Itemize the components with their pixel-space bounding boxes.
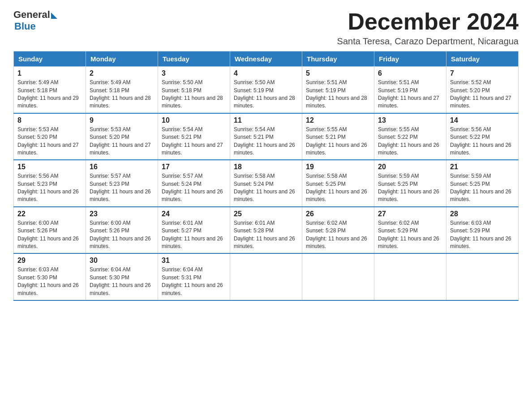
calendar-table: Sunday Monday Tuesday Wednesday Thursday…	[13, 51, 519, 301]
day-number: 11	[234, 116, 298, 124]
day-number: 10	[162, 116, 226, 124]
day-number: 19	[306, 163, 370, 171]
calendar-cell: 4Sunrise: 5:50 AMSunset: 5:19 PMDaylight…	[230, 67, 302, 113]
day-info: Sunrise: 5:58 AMSunset: 5:24 PMDaylight:…	[234, 172, 298, 204]
calendar-cell: 1Sunrise: 5:49 AMSunset: 5:18 PMDaylight…	[14, 67, 86, 113]
calendar-cell: 2Sunrise: 5:49 AMSunset: 5:18 PMDaylight…	[86, 67, 158, 113]
day-info: Sunrise: 5:56 AMSunset: 5:23 PMDaylight:…	[17, 172, 82, 204]
day-info: Sunrise: 6:00 AMSunset: 5:26 PMDaylight:…	[17, 219, 82, 251]
day-info: Sunrise: 5:49 AMSunset: 5:18 PMDaylight:…	[90, 79, 154, 110]
day-info: Sunrise: 5:54 AMSunset: 5:21 PMDaylight:…	[234, 126, 298, 157]
day-number: 18	[234, 163, 298, 171]
day-info: Sunrise: 5:53 AMSunset: 5:20 PMDaylight:…	[17, 126, 82, 157]
calendar-cell: 5Sunrise: 5:51 AMSunset: 5:19 PMDaylight…	[302, 67, 374, 113]
day-number: 31	[162, 257, 226, 265]
day-number: 15	[17, 163, 82, 171]
calendar-header-row: Sunday Monday Tuesday Wednesday Thursday…	[14, 51, 519, 67]
calendar-cell	[230, 253, 302, 300]
day-info: Sunrise: 6:04 AMSunset: 5:30 PMDaylight:…	[90, 266, 154, 297]
calendar-cell: 11Sunrise: 5:54 AMSunset: 5:21 PMDayligh…	[230, 113, 302, 160]
calendar-cell: 29Sunrise: 6:03 AMSunset: 5:30 PMDayligh…	[14, 253, 86, 300]
calendar-cell: 6Sunrise: 5:51 AMSunset: 5:19 PMDaylight…	[374, 67, 446, 113]
day-number: 6	[378, 69, 442, 77]
day-info: Sunrise: 5:56 AMSunset: 5:22 PMDaylight:…	[450, 126, 515, 157]
day-number: 27	[378, 210, 442, 218]
day-number: 25	[234, 210, 298, 218]
calendar-cell: 27Sunrise: 6:02 AMSunset: 5:29 PMDayligh…	[374, 207, 446, 254]
day-info: Sunrise: 5:51 AMSunset: 5:19 PMDaylight:…	[306, 79, 370, 110]
calendar-week-row: 8Sunrise: 5:53 AMSunset: 5:20 PMDaylight…	[14, 113, 519, 160]
day-info: Sunrise: 6:02 AMSunset: 5:28 PMDaylight:…	[306, 219, 370, 251]
day-number: 5	[306, 69, 370, 77]
calendar-cell: 26Sunrise: 6:02 AMSunset: 5:28 PMDayligh…	[302, 207, 374, 254]
day-number: 17	[162, 163, 226, 171]
calendar-cell: 3Sunrise: 5:50 AMSunset: 5:18 PMDaylight…	[158, 67, 230, 113]
calendar-cell: 28Sunrise: 6:03 AMSunset: 5:29 PMDayligh…	[446, 207, 519, 254]
header-monday: Monday	[86, 51, 158, 67]
calendar-cell: 7Sunrise: 5:52 AMSunset: 5:20 PMDaylight…	[446, 67, 519, 113]
calendar-cell: 22Sunrise: 6:00 AMSunset: 5:26 PMDayligh…	[14, 207, 86, 254]
calendar-cell: 19Sunrise: 5:58 AMSunset: 5:25 PMDayligh…	[302, 160, 374, 207]
day-number: 8	[17, 116, 82, 124]
day-number: 13	[378, 116, 442, 124]
day-info: Sunrise: 5:57 AMSunset: 5:23 PMDaylight:…	[90, 172, 154, 204]
day-info: Sunrise: 6:02 AMSunset: 5:29 PMDaylight:…	[378, 219, 442, 251]
calendar-cell: 8Sunrise: 5:53 AMSunset: 5:20 PMDaylight…	[14, 113, 86, 160]
header-friday: Friday	[374, 51, 446, 67]
calendar-cell: 10Sunrise: 5:54 AMSunset: 5:21 PMDayligh…	[158, 113, 230, 160]
day-number: 3	[162, 69, 226, 77]
calendar-cell: 17Sunrise: 5:57 AMSunset: 5:24 PMDayligh…	[158, 160, 230, 207]
calendar-week-row: 1Sunrise: 5:49 AMSunset: 5:18 PMDaylight…	[14, 67, 519, 113]
day-info: Sunrise: 5:50 AMSunset: 5:18 PMDaylight:…	[162, 79, 226, 110]
day-info: Sunrise: 5:58 AMSunset: 5:25 PMDaylight:…	[306, 172, 370, 204]
day-info: Sunrise: 5:53 AMSunset: 5:20 PMDaylight:…	[90, 126, 154, 157]
calendar-cell: 23Sunrise: 6:00 AMSunset: 5:26 PMDayligh…	[86, 207, 158, 254]
day-info: Sunrise: 6:00 AMSunset: 5:26 PMDaylight:…	[90, 219, 154, 251]
day-number: 9	[90, 116, 154, 124]
day-number: 29	[17, 257, 82, 265]
day-info: Sunrise: 5:59 AMSunset: 5:25 PMDaylight:…	[378, 172, 442, 204]
logo-triangle-icon	[51, 13, 57, 19]
subtitle: Santa Teresa, Carazo Department, Nicarag…	[337, 36, 519, 47]
page-header: General Blue December 2024 Santa Teresa,…	[13, 9, 519, 47]
day-info: Sunrise: 6:03 AMSunset: 5:30 PMDaylight:…	[17, 266, 82, 297]
day-info: Sunrise: 5:55 AMSunset: 5:22 PMDaylight:…	[378, 126, 442, 157]
calendar-week-row: 15Sunrise: 5:56 AMSunset: 5:23 PMDayligh…	[14, 160, 519, 207]
day-info: Sunrise: 6:04 AMSunset: 5:31 PMDaylight:…	[162, 266, 226, 297]
main-title: December 2024	[337, 9, 519, 34]
calendar-cell	[374, 253, 446, 300]
calendar-cell: 20Sunrise: 5:59 AMSunset: 5:25 PMDayligh…	[374, 160, 446, 207]
header-saturday: Saturday	[446, 51, 519, 67]
header-sunday: Sunday	[14, 51, 86, 67]
day-number: 2	[90, 69, 154, 77]
day-info: Sunrise: 6:03 AMSunset: 5:29 PMDaylight:…	[450, 219, 515, 251]
logo: General Blue	[13, 9, 57, 32]
day-number: 7	[450, 69, 515, 77]
day-number: 22	[17, 210, 82, 218]
calendar-cell: 16Sunrise: 5:57 AMSunset: 5:23 PMDayligh…	[86, 160, 158, 207]
header-wednesday: Wednesday	[230, 51, 302, 67]
day-number: 14	[450, 116, 515, 124]
logo-general-text: General	[13, 9, 50, 21]
calendar-cell: 18Sunrise: 5:58 AMSunset: 5:24 PMDayligh…	[230, 160, 302, 207]
day-number: 26	[306, 210, 370, 218]
day-number: 23	[90, 210, 154, 218]
calendar-cell: 15Sunrise: 5:56 AMSunset: 5:23 PMDayligh…	[14, 160, 86, 207]
day-number: 21	[450, 163, 515, 171]
calendar-cell: 13Sunrise: 5:55 AMSunset: 5:22 PMDayligh…	[374, 113, 446, 160]
day-number: 24	[162, 210, 226, 218]
logo-blue-text: Blue	[14, 21, 57, 32]
calendar-cell: 21Sunrise: 5:59 AMSunset: 5:25 PMDayligh…	[446, 160, 519, 207]
calendar-cell	[446, 253, 519, 300]
calendar-cell: 24Sunrise: 6:01 AMSunset: 5:27 PMDayligh…	[158, 207, 230, 254]
day-number: 1	[17, 69, 82, 77]
calendar-cell: 14Sunrise: 5:56 AMSunset: 5:22 PMDayligh…	[446, 113, 519, 160]
day-number: 30	[90, 257, 154, 265]
day-info: Sunrise: 6:01 AMSunset: 5:27 PMDaylight:…	[162, 219, 226, 251]
calendar-cell: 9Sunrise: 5:53 AMSunset: 5:20 PMDaylight…	[86, 113, 158, 160]
calendar-week-row: 29Sunrise: 6:03 AMSunset: 5:30 PMDayligh…	[14, 253, 519, 300]
day-info: Sunrise: 6:01 AMSunset: 5:28 PMDaylight:…	[234, 219, 298, 251]
header-thursday: Thursday	[302, 51, 374, 67]
day-number: 16	[90, 163, 154, 171]
day-info: Sunrise: 5:54 AMSunset: 5:21 PMDaylight:…	[162, 126, 226, 157]
